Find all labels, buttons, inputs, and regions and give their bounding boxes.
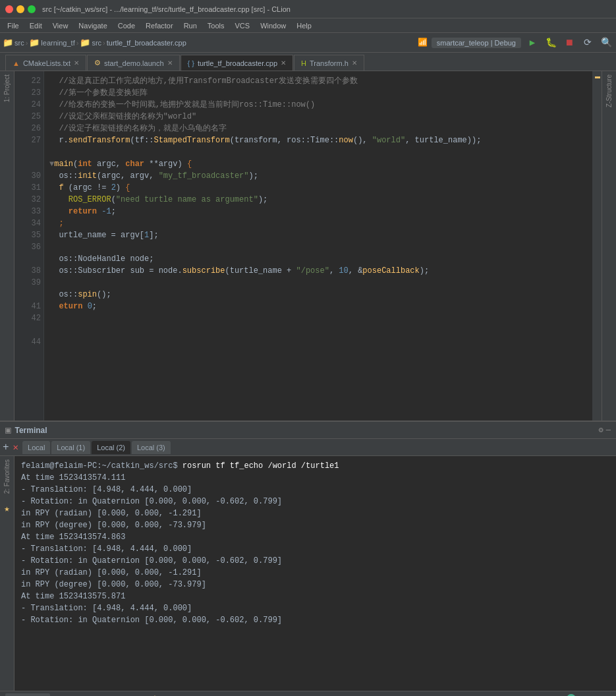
terminal-line-8: - Rotation: in Quaternion [0.000, 0.000,…: [21, 555, 609, 567]
signal-icon: 📶: [418, 38, 428, 47]
run-button[interactable]: ▶: [525, 36, 540, 50]
terminal-output[interactable]: felaim@felaim-PC:~/catkin_ws/src$ rosrun…: [14, 456, 616, 691]
menu-code[interactable]: Code: [113, 20, 140, 31]
project-label: 1: Project: [3, 74, 11, 102]
terminal-icon: ▣: [5, 424, 11, 436]
tab-header-label: Transform.h: [310, 59, 349, 67]
menu-tools[interactable]: Tools: [203, 20, 229, 31]
tab-cpp-close[interactable]: ✕: [281, 59, 286, 67]
menu-navigate[interactable]: Navigate: [74, 20, 111, 31]
close-terminal-button[interactable]: ✕: [13, 442, 18, 453]
breadcrumb: 📁 src › 📁 learning_tf › 📁 src › turtle_t…: [3, 38, 186, 47]
menu-help[interactable]: Help: [292, 20, 316, 31]
terminal-section: ▣ Terminal ⚙ — + ✕ Local Local (1) Local…: [0, 420, 616, 691]
breadcrumb-src[interactable]: src: [14, 39, 24, 47]
maximize-button[interactable]: [28, 5, 36, 13]
statusbar: ✔ 6: TODO | Terminal | ▲ CMake ⚠ Unregis…: [0, 691, 616, 696]
menu-file[interactable]: File: [3, 20, 24, 31]
build-button[interactable]: ⟳: [580, 36, 595, 50]
terminal-tab-local-label: Local: [28, 444, 45, 451]
tab-cmake-close[interactable]: ✕: [74, 59, 79, 67]
close-button[interactable]: [5, 5, 13, 13]
minus-icon: —: [606, 426, 611, 435]
window-title: src [~/catkin_ws/src] - .../learning_tf/…: [42, 5, 291, 13]
terminal-line-6: At time 1523413574.863: [21, 531, 609, 543]
terminal-line-5: in RPY (degree) [0.000, 0.000, -73.979]: [21, 519, 609, 531]
cmake-tab-icon: ▲: [13, 59, 20, 67]
code-editor[interactable]: 22 23 24 25 26 27 30 31 32 33 34 35 36 3…: [14, 71, 602, 420]
terminal-body: 2: Favorites ★ felaim@felaim-PC:~/catkin…: [0, 456, 616, 691]
menu-edit[interactable]: Edit: [25, 20, 47, 31]
breadcrumb-learning[interactable]: learning_tf: [41, 39, 74, 47]
main-editor-area: 1: Project 22 23 24 25 26 27 30 31 32 33…: [0, 71, 616, 420]
xml-tab-icon: ⚙: [94, 59, 101, 67]
terminal-line-13: - Rotation: in Quaternion [0.000, 0.000,…: [21, 614, 609, 626]
file-tabs: ▲ CMakeLists.txt ✕ ⚙ start_demo.launch ✕…: [0, 53, 616, 71]
tab-launch-close[interactable]: ✕: [167, 59, 173, 67]
terminal-tab-local1[interactable]: Local (1): [51, 441, 90, 454]
menu-vcs[interactable]: VCS: [231, 20, 255, 31]
tab-launch-label: start_demo.launch: [104, 59, 164, 67]
menu-window[interactable]: Window: [256, 20, 291, 31]
terminal-prompt: felaim@felaim-PC:~/catkin_ws/src$: [21, 461, 182, 471]
debug-button[interactable]: 🐛: [544, 36, 558, 50]
breadcrumb-file[interactable]: turtle_tf_broadcaster.cpp: [107, 39, 186, 47]
menu-refactor[interactable]: Refactor: [141, 20, 178, 31]
terminal-tab-local3[interactable]: Local (3): [132, 441, 171, 454]
menu-view[interactable]: View: [48, 20, 73, 31]
terminal-line-2: - Translation: [4.948, 4.444, 0.000]: [21, 484, 609, 496]
z-structure-label: Z-Structure: [605, 74, 613, 107]
favorites-label: 2: Favorites: [3, 459, 11, 494]
code-content[interactable]: //这是真正的工作完成的地方,使用TransformBroadcaster发送变…: [44, 71, 592, 420]
terminal-header: ▣ Terminal ⚙ —: [0, 420, 616, 439]
terminal-line-1: At time 1523413574.111: [21, 472, 609, 484]
terminal-line-7: - Translation: [4.948, 4.444, 0.000]: [21, 543, 609, 555]
tab-launch[interactable]: ⚙ start_demo.launch ✕: [87, 55, 180, 71]
terminal-tabs: + ✕ Local Local (1) Local (2) Local (3): [0, 439, 616, 456]
favorites-panel[interactable]: 2: Favorites ★: [0, 456, 14, 691]
terminal-title-area: ▣ Terminal: [5, 424, 47, 436]
cpp-tab-icon: { }: [188, 59, 194, 67]
terminal-gear-button[interactable]: ⚙ —: [599, 425, 611, 435]
statusbar-left: ✔ 6: TODO | Terminal | ▲ CMake: [5, 693, 134, 696]
tab-header[interactable]: H Transform.h ✕: [294, 55, 364, 71]
tab-cmake[interactable]: ▲ CMakeLists.txt ✕: [5, 55, 86, 71]
terminal-tab-local2-label: Local (2): [97, 444, 125, 451]
terminal-command: rosrun tf tf_echo /world /turtle1: [182, 461, 339, 471]
editor-scrollbar[interactable]: [592, 71, 602, 420]
folder-icon-3: 📁: [80, 38, 90, 47]
line-numbers: 22 23 24 25 26 27 30 31 32 33 34 35 36 3…: [14, 71, 44, 420]
terminal-line-11: At time 1523413575.871: [21, 591, 609, 602]
toolbar: 📁 src › 📁 learning_tf › 📁 src › turtle_t…: [0, 33, 616, 53]
terminal-line-10: in RPY (degree) [0.000, 0.000, -73.979]: [21, 579, 609, 591]
breadcrumb-src2[interactable]: src: [92, 39, 101, 47]
new-terminal-button[interactable]: +: [3, 442, 9, 453]
tab-cpp[interactable]: { } turtle_tf_broadcaster.cpp ✕: [181, 55, 293, 71]
folder-icon: 📁: [3, 38, 13, 47]
stop-button[interactable]: ⏹: [562, 36, 576, 50]
warning-marker: [595, 76, 600, 78]
tab-header-close[interactable]: ✕: [352, 59, 357, 67]
event-log-icon: i: [567, 694, 576, 697]
h-tab-icon: H: [301, 59, 306, 67]
menu-run[interactable]: Run: [179, 20, 202, 31]
minimize-button[interactable]: [16, 5, 24, 13]
statusbar-right: 44:2 LF UTF-8 Context: smartcar_teleop […: [410, 694, 611, 697]
toolbar-right: 📶 smartcar_teleop | Debug ▶ 🐛 ⏹ ⟳ 🔍: [418, 36, 613, 50]
terminal-tab-local2[interactable]: Local (2): [92, 441, 130, 454]
todo-button[interactable]: ✔ 6: TODO: [5, 693, 50, 696]
terminal-line-3: - Rotation: in Quaternion [0.000, 0.000,…: [21, 496, 609, 508]
favorites-star-icon: ★: [4, 503, 9, 514]
z-structure-panel[interactable]: Z-Structure: [602, 71, 616, 420]
terminal-line-9: in RPY (radian) [0.000, 0.000, -1.291]: [21, 567, 609, 579]
search-button[interactable]: 🔍: [599, 36, 613, 50]
run-config[interactable]: smartcar_teleop | Debug: [432, 38, 521, 48]
window-controls[interactable]: [5, 5, 36, 13]
terminal-tab-local[interactable]: Local: [22, 441, 50, 454]
gear-icon: ⚙: [599, 425, 603, 435]
terminal-tab-local3-label: Local (3): [137, 444, 165, 451]
terminal-line-12: - Translation: [4.948, 4.444, 0.000]: [21, 602, 609, 614]
terminal-line-0: felaim@felaim-PC:~/catkin_ws/src$ rosrun…: [21, 460, 609, 472]
project-panel[interactable]: 1: Project: [0, 71, 14, 420]
event-log-button[interactable]: i Event Log: [567, 694, 611, 697]
